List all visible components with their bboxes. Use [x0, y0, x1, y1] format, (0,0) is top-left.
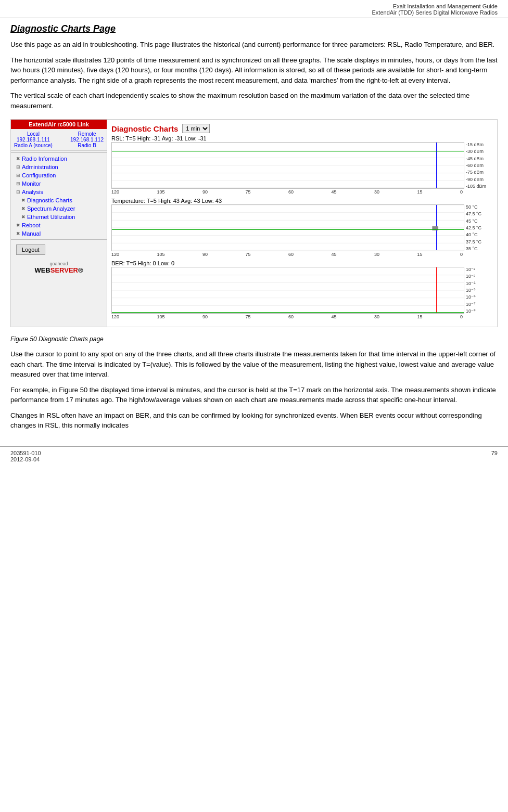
temp-x-1: 105 [157, 252, 165, 257]
webserver-text: WEBSERVER® [16, 266, 101, 274]
plus-icon-monitor: ⊞ [16, 181, 20, 186]
rsl-y-3: -60 dBm [466, 163, 491, 168]
sidebar-item-spectrum-analyzer[interactable]: ✖ Spectrum Analyzer [11, 204, 107, 213]
remote-ip: 192.168.1.112 [70, 137, 104, 143]
sidebar-item-ethernet-utilization[interactable]: ✖ Ethernet Utilization [11, 213, 107, 221]
temp-y-3: 42.5 °C [466, 225, 491, 230]
rsl-y-0: -15 dBm [466, 142, 491, 147]
ber-x-3: 75 [245, 314, 250, 319]
x-icon-reboot: ✖ [16, 223, 20, 228]
temp-chart-svg [111, 204, 464, 251]
ber-chart-svg [111, 267, 464, 314]
rsl-y-2: -45 dBm [466, 156, 491, 161]
footer-doc-num: 203591-010 [10, 450, 41, 456]
x-icon-diag: ✖ [21, 198, 26, 203]
page-title: Diagnostic Charts Page [10, 23, 498, 34]
x-icon-radio: ✖ [16, 156, 20, 161]
local-ip: 192.168.1.111 [14, 137, 53, 143]
ber-x-1: 105 [157, 314, 165, 319]
sidebar-ip-row: Local 192.168.1.111 Radio A (source) Rem… [11, 129, 107, 151]
charts-title: Diagnostic Charts [111, 124, 178, 133]
sidebar-item-reboot[interactable]: ✖ Reboot [11, 221, 107, 229]
ber-x-0: 120 [111, 314, 119, 319]
x-icon-spectrum: ✖ [21, 206, 26, 211]
sidebar-item-analysis[interactable]: ⊟ Analysis [11, 188, 107, 196]
paragraph-3: The vertical scale of each chart indepen… [10, 91, 498, 111]
ber-x-axis: 120 105 90 75 60 45 30 15 0 [111, 314, 493, 319]
header-line2: ExtendAir (TDD) Series Digital Microwave… [10, 9, 498, 16]
sidebar-label-administration: Administration [22, 164, 58, 170]
sidebar-label-spectrum-analyzer: Spectrum Analyzer [27, 205, 75, 212]
ber-x-5: 45 [331, 314, 336, 319]
rsl-x-0: 120 [111, 189, 119, 195]
rsl-y-4: -75 dBm [466, 170, 491, 175]
sidebar-label-diagnostic-charts: Diagnostic Charts [27, 197, 72, 203]
rsl-y-6: -105 dBm [466, 184, 491, 189]
local-radio: Radio A (source) [14, 143, 53, 148]
rsl-x-axis: 120 105 90 75 60 45 30 15 0 [111, 189, 493, 195]
rsl-x-1: 105 [157, 189, 165, 195]
sidebar-item-diagnostic-charts[interactable]: ✖ Diagnostic Charts [11, 196, 107, 204]
server-label: SERVER [50, 266, 78, 274]
webserver-logo: goahead WEBSERVER® [16, 261, 101, 274]
post-paragraph-2: For example, in Figure 50 the displayed … [10, 385, 498, 405]
page-footer: 203591-010 2012-09-04 79 [0, 446, 508, 466]
sidebar-item-administration[interactable]: ⊞ Administration [11, 163, 107, 171]
sidebar-label-reboot: Reboot [22, 222, 40, 228]
footer-left: 203591-010 2012-09-04 [10, 450, 41, 462]
rsl-x-4: 60 [288, 189, 294, 195]
plus-icon-config: ⊞ [16, 173, 20, 178]
ber-x-2: 90 [202, 314, 208, 319]
temp-y-0: 50 °C [466, 204, 491, 210]
ber-chart-block: BER: T=5 High: 0 Low: 0 [111, 260, 493, 319]
logout-button[interactable]: Logout [16, 244, 45, 255]
sidebar-item-monitor[interactable]: ⊞ Monitor [11, 179, 107, 188]
ber-y-3: 10⁻⁵ [466, 288, 491, 293]
sidebar-label-analysis: Analysis [22, 189, 43, 195]
temp-y-1: 47.5 °C [466, 211, 491, 216]
charts-title-bar: Diagnostic Charts 1 min 5 min 1 hr 1 day [111, 124, 493, 133]
footer-date: 2012-09-04 [10, 456, 41, 462]
sidebar-item-radio-information[interactable]: ✖ Radio Information [11, 154, 107, 163]
sidebar-divider-2 [11, 239, 107, 240]
paragraph-1: Use this page as an aid in troubleshooti… [10, 40, 498, 50]
temp-y-5: 37.5 °C [466, 239, 491, 244]
time-select[interactable]: 1 min 5 min 1 hr 1 day [182, 124, 210, 133]
sidebar-local: Local 192.168.1.111 Radio A (source) [14, 131, 53, 148]
rsl-x-3: 75 [245, 189, 250, 195]
rsl-y-5: -90 dBm [466, 177, 491, 182]
sidebar: ExtendAir rc5000 Link Local 192.168.1.11… [11, 120, 107, 327]
ber-chart-label: BER: T=5 High: 0 Low: 0 [111, 260, 493, 266]
paragraph-2: The horizontal scale illustrates 120 poi… [10, 55, 498, 86]
sidebar-item-configuration[interactable]: ⊞ Configuration [11, 171, 107, 179]
ber-y-4: 10⁻⁶ [466, 294, 491, 300]
temp-y-6: 35 °C [466, 246, 491, 251]
sidebar-header: ExtendAir rc5000 Link [11, 120, 107, 129]
rsl-x-6: 30 [374, 189, 379, 195]
rsl-chart-svg-container [111, 142, 464, 189]
ber-y-5: 10⁻⁷ [466, 302, 491, 307]
temp-x-4: 60 [288, 252, 294, 257]
temp-x-8: 0 [460, 252, 463, 257]
sidebar-label-configuration: Configuration [22, 172, 56, 178]
temp-y-labels: 50 °C 47.5 °C 45 °C 42.5 °C 40 °C 37.5 °… [464, 204, 493, 251]
temp-x-3: 75 [245, 252, 250, 257]
web-label: WEB [34, 266, 50, 274]
x-icon-manual: ✖ [16, 231, 20, 236]
remote-label: Remote [70, 131, 104, 137]
local-label: Local [14, 131, 53, 137]
temp-chart-block: Temperature: T=5 High: 43 Avg: 43 Low: 4… [111, 198, 493, 257]
rsl-chart-block: RSL: T=5 High: -31 Avg: -31 Low: -31 [111, 135, 493, 195]
sidebar-item-manual[interactable]: ✖ Manual [11, 229, 107, 238]
ber-x-8: 0 [460, 314, 463, 319]
temp-y-4: 40 °C [466, 232, 491, 237]
temp-chart-wrapper: 50 °C 47.5 °C 45 °C 42.5 °C 40 °C 37.5 °… [111, 204, 493, 251]
main-content: Diagnostic Charts Page Use this page as … [0, 18, 508, 441]
rsl-chart-svg [111, 142, 464, 189]
x-icon-ethernet: ✖ [21, 214, 26, 220]
rsl-y-1: -30 dBm [466, 149, 491, 154]
ber-y-6: 10⁻⁸ [466, 308, 491, 314]
svg-rect-16 [432, 226, 438, 230]
sidebar-label-ethernet-utilization: Ethernet Utilization [27, 214, 75, 220]
ber-chart-svg-container [111, 267, 464, 314]
